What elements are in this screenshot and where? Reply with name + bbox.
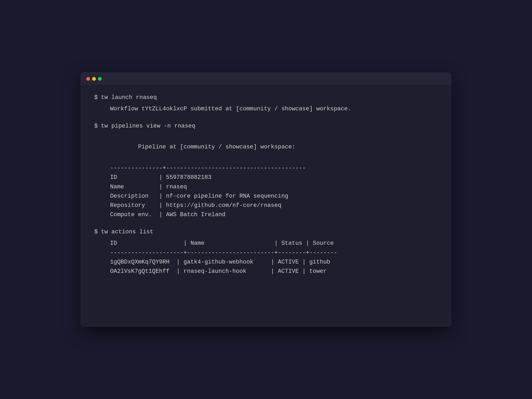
command-actions: tw actions list: [101, 227, 153, 237]
actions-row: 1gQBDxQXmKq7QY9RH | gatk4-github-webhook…: [110, 257, 438, 267]
actions-row: OA2lVsK7gQt1QEhff | rnaseq-launch-hook |…: [110, 267, 438, 276]
table-row: Compute env. | AWS Batch Ireland: [110, 210, 438, 219]
pipeline-label: Pipeline at [community / showcase] works…: [138, 144, 295, 150]
output-launch: Workflow tYtZLL4oklxcP submitted at [com…: [94, 104, 438, 114]
prompt-symbol-2: $: [94, 121, 98, 131]
terminal-body: $ tw launch rnaseq Workflow tYtZLL4oklxc…: [81, 85, 451, 297]
block-pipelines: $ tw pipelines view -n rnaseq Pipeline a…: [94, 121, 438, 219]
titlebar: [81, 73, 451, 85]
prompt-symbol-3: $: [94, 227, 98, 237]
terminal-window: $ tw launch rnaseq Workflow tYtZLL4oklxc…: [81, 72, 451, 327]
table-row: Description | nf-core pipeline for RNA s…: [110, 192, 438, 201]
maximize-button[interactable]: [98, 77, 102, 81]
prompt-line-2: $ tw pipelines view -n rnaseq: [94, 121, 438, 131]
command-launch: tw launch rnaseq: [101, 93, 157, 102]
prompt-symbol-1: $: [94, 93, 98, 102]
table-row: ID | 5597878882183: [110, 173, 438, 182]
actions-divider: ---------------------+------------------…: [110, 248, 438, 257]
output-pipelines: Pipeline at [community / showcase] works…: [94, 133, 438, 161]
table-row: Repository | https://github.com/nf-core/…: [110, 201, 438, 210]
block-actions: $ tw actions list ID | Name | Status | S…: [94, 227, 438, 276]
pipeline-table: ---------------+------------------------…: [94, 164, 438, 219]
prompt-line-1: $ tw launch rnaseq: [94, 93, 438, 102]
close-button[interactable]: [86, 77, 90, 81]
minimize-button[interactable]: [92, 77, 96, 81]
table-row: Name | rnaseq: [110, 182, 438, 192]
block-launch: $ tw launch rnaseq Workflow tYtZLL4oklxc…: [94, 93, 438, 114]
command-pipelines: tw pipelines view -n rnaseq: [101, 121, 195, 131]
prompt-line-3: $ tw actions list: [94, 227, 438, 237]
output-actions: ID | Name | Status | Source-------------…: [94, 239, 438, 276]
actions-header: ID | Name | Status | Source: [110, 239, 438, 248]
